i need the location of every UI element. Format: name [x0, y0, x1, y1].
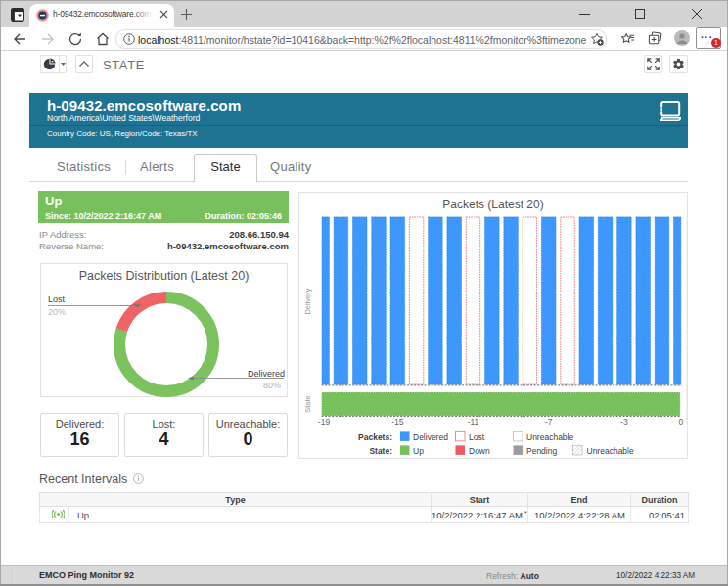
svg-text:-11: -11: [468, 417, 479, 427]
svg-text:State:: State:: [369, 446, 392, 456]
svg-text:Up: Up: [413, 446, 424, 456]
svg-text:-7: -7: [545, 417, 553, 427]
svg-text:Delivered: Delivered: [248, 369, 285, 379]
svg-text:Lost: Lost: [48, 294, 66, 304]
svg-text:Delivery: Delivery: [303, 288, 312, 314]
svg-text:Down: Down: [469, 446, 490, 456]
svg-text:-19: -19: [318, 417, 331, 427]
svg-text:Lost: Lost: [469, 432, 485, 442]
svg-text:Pending: Pending: [526, 446, 557, 456]
svg-text:0: 0: [678, 417, 683, 427]
svg-text:Packets:: Packets:: [358, 432, 392, 442]
svg-text:State: State: [303, 395, 312, 413]
svg-text:Delivered: Delivered: [413, 432, 448, 442]
svg-text:-3: -3: [620, 417, 628, 427]
svg-text:20%: 20%: [48, 307, 66, 317]
svg-text:Unreachable: Unreachable: [526, 432, 573, 442]
svg-text:Unreachable: Unreachable: [587, 446, 634, 456]
svg-text:80%: 80%: [263, 381, 281, 390]
svg-text:-15: -15: [391, 417, 404, 427]
